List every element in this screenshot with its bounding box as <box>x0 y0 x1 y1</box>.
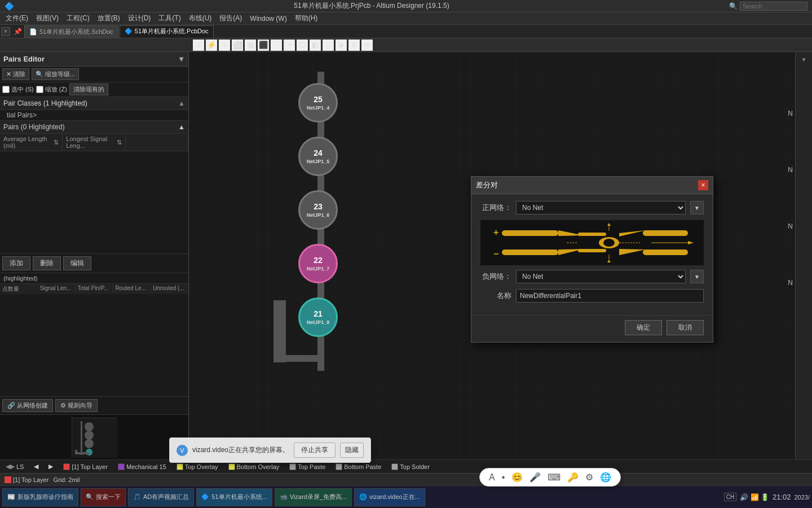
chk-select-label[interactable]: 选中 (S) <box>2 85 34 94</box>
menu-view[interactable]: 视图(V) <box>33 12 62 24</box>
btn-clear-existing[interactable]: 清除现有的 <box>69 84 108 95</box>
tool-3d[interactable]: ◈ <box>336 40 347 51</box>
btn-add[interactable]: 添加 <box>2 256 30 270</box>
layer-mech15[interactable]: Mechanical 15 <box>114 462 170 471</box>
taskbar-item-3[interactable]: 🔷 51单片机最小系统... <box>196 488 272 506</box>
taskbar-icon-5: 🌐 <box>359 493 367 501</box>
pcb-node-25[interactable]: 25 NetJP1_4 <box>298 83 338 122</box>
btn-zoom[interactable]: 🔍 缩放等级... <box>32 68 79 80</box>
pcb-node-23[interactable]: 23 NetJP1_6 <box>298 190 338 230</box>
layer-top[interactable]: [1] Top Layer <box>60 462 111 471</box>
menu-design[interactable]: 设计(D) <box>125 12 155 24</box>
layer-nav-prev[interactable]: ◀ <box>30 462 42 471</box>
dialog-title-bar: 差分对 × <box>471 177 713 194</box>
right-panel-label[interactable]: ▼ <box>800 54 808 65</box>
menu-report[interactable]: 报告(A) <box>216 12 245 24</box>
tool-pad[interactable]: ⬛ <box>258 40 269 51</box>
layer-ls-icon: ◀▶ <box>6 463 15 470</box>
btn-from-network[interactable]: 🔗 从网络创建 <box>2 399 53 412</box>
menu-tools[interactable]: 工具(T) <box>155 12 184 24</box>
right-label-4: N <box>785 278 795 288</box>
layer-top-solder[interactable]: Top Solder <box>388 462 433 471</box>
layer-bot-overlay[interactable]: Bottom Overlay <box>225 462 283 471</box>
btn-edit[interactable]: 编辑 <box>63 256 91 270</box>
tool-arc[interactable]: ⌒ <box>271 40 282 51</box>
svg-marker-28 <box>688 241 694 244</box>
layer-top-overlay[interactable]: Top Overlay <box>173 462 222 471</box>
ime-globe[interactable]: 🌐 <box>600 472 611 483</box>
bottom-status: [1] Top Layer Grid: 2mil <box>0 473 812 485</box>
btn-delete[interactable]: 删除 <box>33 256 61 270</box>
tool-place-string[interactable]: ⬡ <box>297 40 308 51</box>
pcb-node-21[interactable]: 21 NetJP1_8 <box>298 297 338 337</box>
thumbnail-panel <box>0 414 188 459</box>
ime-a[interactable]: A <box>489 472 495 483</box>
search-input[interactable] <box>740 2 807 11</box>
pcb-node-24[interactable]: 24 NetJP1_5 <box>298 137 338 176</box>
positive-net-dropdown-btn[interactable]: ▼ <box>690 201 704 214</box>
tool-component[interactable]: ◧ <box>310 40 321 51</box>
dialog-close-btn[interactable]: × <box>698 180 708 190</box>
menu-bar: 文件(E) 视图(V) 工程(C) 放置(B) 设计(D) 工具(T) 布线(U… <box>0 12 812 25</box>
tool-plane[interactable]: ▦ <box>245 40 256 51</box>
tab-sch[interactable]: 📄 51单片机最小系统.SchDoc <box>24 25 118 38</box>
positive-net-select[interactable]: No Net <box>516 201 686 214</box>
dialog-ok-btn[interactable]: 确定 <box>625 320 662 335</box>
dialog-cancel-btn[interactable]: 取消 <box>667 320 704 335</box>
layer-bot-paste[interactable]: Bottom Paste <box>332 462 385 471</box>
menu-file[interactable]: 文件(E) <box>2 12 32 24</box>
chk-select[interactable] <box>2 86 10 93</box>
menu-help[interactable]: 帮助(H) <box>292 12 321 24</box>
pairs-expand[interactable]: ▲ <box>178 123 185 131</box>
layer-ls[interactable]: ◀▶ LS <box>2 462 27 471</box>
pairs-editor-dropdown[interactable]: ▼ <box>178 55 185 63</box>
ime-gear[interactable]: ⚙ <box>585 472 593 483</box>
dialog-footer: 确定 取消 <box>471 315 713 342</box>
btn-rule-wizard[interactable]: ⚙ 规则向导 <box>55 399 98 412</box>
notif-hide-btn[interactable]: 隐藏 <box>340 443 364 458</box>
notif-stop-btn[interactable]: 停止共享 <box>294 443 336 458</box>
positive-net-row: 正网络： No Net ▼ <box>480 201 704 214</box>
chk-zoom[interactable] <box>36 86 43 93</box>
tab-pcb[interactable]: 🔷 51单片机最小系统.PcbDoc <box>120 25 214 38</box>
col-sort-icon2[interactable]: ⇅ <box>117 139 122 146</box>
tool-interactive-route[interactable]: ⚡ <box>206 40 217 51</box>
tab-close-all-btn[interactable]: × <box>1 27 10 36</box>
layer-ls-label: LS <box>16 463 24 470</box>
ime-key[interactable]: 🔑 <box>567 472 579 483</box>
tool-select[interactable]: ⊹ <box>193 40 204 51</box>
ime-mic[interactable]: 🎤 <box>529 472 541 483</box>
ime-emoji[interactable]: 😊 <box>511 472 523 483</box>
ime-dot[interactable]: • <box>502 472 505 483</box>
ime-keyboard[interactable]: ⌨ <box>548 472 561 483</box>
diff-pairs-item[interactable]: tial Pairs> <box>0 110 188 120</box>
tool-pen[interactable]: ✏ <box>361 40 373 51</box>
taskbar-item-4[interactable]: 📹 Vizard录屏_免费高... <box>275 488 352 506</box>
pcb-canvas[interactable]: 25 NetJP1_4 24 NetJP1_5 23 NetJP1_6 22 N… <box>189 52 795 459</box>
tool-poly[interactable]: ⬜ <box>232 40 243 51</box>
negative-net-select[interactable]: No Net <box>516 270 686 283</box>
name-input[interactable] <box>516 289 704 303</box>
right-mini: ▼ <box>795 52 812 459</box>
taskbar-item-5[interactable]: 🌐 vizard.video正在... <box>354 488 425 506</box>
col-sort-icon[interactable]: ⇅ <box>54 139 59 146</box>
negative-net-dropdown-btn[interactable]: ▼ <box>690 270 704 283</box>
chk-zoom-label[interactable]: 缩放 (Z) <box>36 85 67 94</box>
menu-window[interactable]: Window (W) <box>246 14 290 24</box>
btn-clear[interactable]: ✕ 清除 <box>2 68 29 80</box>
taskbar-item-2[interactable]: 🎵 AD有声视频汇总 <box>128 488 194 506</box>
tool-text[interactable]: A <box>348 40 360 51</box>
pair-classes-expand[interactable]: ▲ <box>178 99 185 107</box>
layer-top-paste[interactable]: Top Paste <box>286 462 329 471</box>
taskbar-item-1[interactable]: 🔍 搜索一下 <box>81 488 126 506</box>
pcb-node-22[interactable]: 22 NetJP1_7 <box>298 244 338 283</box>
tool-measure[interactable]: ⚬ <box>284 40 295 51</box>
menu-route[interactable]: 布线(U) <box>186 12 215 24</box>
tool-add-via[interactable]: + <box>219 40 230 51</box>
tool-diff-pair[interactable]: ⟓ <box>323 40 334 51</box>
menu-place[interactable]: 放置(B) <box>94 12 123 24</box>
layer-nav-next[interactable]: ▶ <box>45 462 56 471</box>
taskbar-item-0[interactable]: 📰 新版乳腺癌诊疗指南 <box>2 488 78 506</box>
taskbar-icon-1: 🔍 <box>86 493 94 501</box>
menu-project[interactable]: 工程(C) <box>63 12 93 24</box>
